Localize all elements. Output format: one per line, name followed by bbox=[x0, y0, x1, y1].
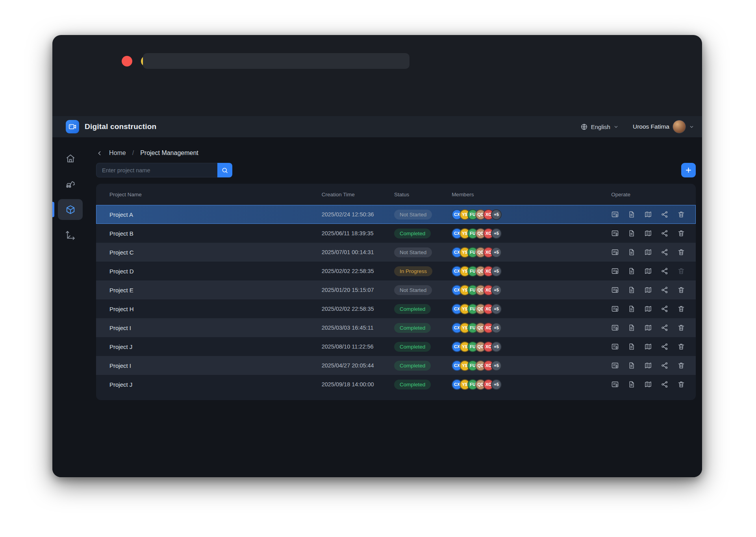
share-icon[interactable] bbox=[661, 267, 669, 275]
map-icon[interactable] bbox=[644, 324, 652, 332]
operate-cell bbox=[611, 248, 696, 256]
table-row[interactable]: Project I2025/03/03 16:45:11CompletedCXY… bbox=[96, 318, 696, 337]
file-icon[interactable] bbox=[628, 229, 636, 237]
share-icon[interactable] bbox=[661, 324, 669, 332]
file-icon[interactable] bbox=[628, 380, 636, 388]
share-icon[interactable] bbox=[661, 343, 669, 351]
members-more-badge[interactable]: +5 bbox=[491, 209, 502, 220]
file-icon[interactable] bbox=[628, 362, 636, 369]
search-button[interactable] bbox=[217, 163, 232, 177]
map-icon[interactable] bbox=[644, 343, 652, 351]
creation-time: 2025/02/02 22:58:35 bbox=[322, 268, 394, 274]
members-more-badge[interactable]: +5 bbox=[491, 247, 502, 258]
members-cell: CXYSFUQDXC+5 bbox=[452, 360, 611, 371]
form-icon[interactable] bbox=[611, 362, 619, 369]
table-row[interactable]: Project E2025/01/20 15:15:07Not StartedC… bbox=[96, 280, 696, 299]
column-header-name: Project Name bbox=[96, 192, 322, 197]
status-cell: Not Started bbox=[394, 247, 452, 257]
members-more-badge[interactable]: +5 bbox=[491, 323, 502, 333]
column-header-operate: Operate bbox=[611, 192, 696, 197]
share-icon[interactable] bbox=[661, 248, 669, 256]
members-more-badge[interactable]: +5 bbox=[491, 341, 502, 352]
map-icon[interactable] bbox=[644, 380, 652, 388]
map-icon[interactable] bbox=[644, 286, 652, 294]
form-icon[interactable] bbox=[611, 305, 619, 313]
form-icon[interactable] bbox=[611, 380, 619, 388]
chevron-left-icon[interactable] bbox=[96, 150, 103, 157]
share-icon[interactable] bbox=[661, 286, 669, 294]
map-icon[interactable] bbox=[644, 362, 652, 369]
map-icon[interactable] bbox=[644, 229, 652, 237]
table-row[interactable]: Project J2025/08/10 11:22:56CompletedCXY… bbox=[96, 337, 696, 356]
trash-icon[interactable] bbox=[677, 380, 685, 388]
status-badge: Completed bbox=[394, 323, 431, 333]
add-project-button[interactable] bbox=[681, 163, 696, 177]
user-menu[interactable]: Uroos Fatima bbox=[633, 120, 694, 133]
map-icon[interactable] bbox=[644, 267, 652, 275]
close-window-button[interactable] bbox=[122, 56, 132, 66]
file-icon[interactable] bbox=[628, 248, 636, 256]
trash-icon[interactable] bbox=[677, 362, 685, 369]
table-row[interactable]: Project B2025/06/11 18:39:35CompletedCXY… bbox=[96, 224, 696, 243]
address-bar[interactable] bbox=[143, 53, 410, 69]
table-row[interactable]: Project A2025/02/24 12:50:36Not StartedC… bbox=[96, 205, 696, 224]
map-icon[interactable] bbox=[644, 305, 652, 313]
table-row[interactable]: Project H2025/02/02 22:58:35CompletedCXY… bbox=[96, 299, 696, 318]
share-icon[interactable] bbox=[661, 362, 669, 369]
operate-cell bbox=[611, 380, 696, 388]
trash-icon[interactable] bbox=[677, 229, 685, 237]
form-icon[interactable] bbox=[611, 267, 619, 275]
search-icon bbox=[221, 167, 228, 174]
main-content: Home / Project Management bbox=[88, 138, 702, 477]
trash-icon[interactable] bbox=[677, 305, 685, 313]
sidebar-item-coordinates[interactable] bbox=[58, 225, 83, 245]
file-icon[interactable] bbox=[628, 210, 636, 218]
form-icon[interactable] bbox=[611, 229, 619, 237]
map-icon[interactable] bbox=[644, 248, 652, 256]
members-more-badge[interactable]: +5 bbox=[491, 304, 502, 314]
creation-time: 2025/08/10 11:22:56 bbox=[322, 343, 394, 350]
share-icon[interactable] bbox=[661, 229, 669, 237]
creation-time: 2025/01/20 15:15:07 bbox=[322, 287, 394, 293]
form-icon[interactable] bbox=[611, 248, 619, 256]
trash-icon[interactable] bbox=[677, 210, 685, 218]
members-more-badge[interactable]: +5 bbox=[491, 266, 502, 277]
sidebar-item-projects[interactable] bbox=[58, 199, 83, 220]
table-row[interactable]: Project D2025/02/02 22:58:35In ProgressC… bbox=[96, 262, 696, 280]
trash-icon[interactable] bbox=[677, 324, 685, 332]
trash-icon[interactable] bbox=[677, 248, 685, 256]
project-name: Project J bbox=[96, 381, 322, 388]
breadcrumb-home[interactable]: Home bbox=[109, 149, 126, 157]
file-icon[interactable] bbox=[628, 286, 636, 294]
share-icon[interactable] bbox=[661, 210, 669, 218]
table-row[interactable]: Project I2025/04/27 20:05:44CompletedCXY… bbox=[96, 356, 696, 375]
form-icon[interactable] bbox=[611, 324, 619, 332]
status-badge: Not Started bbox=[394, 210, 432, 220]
members-more-badge[interactable]: +5 bbox=[491, 379, 502, 390]
file-icon[interactable] bbox=[628, 267, 636, 275]
language-selector[interactable]: English bbox=[580, 123, 619, 131]
operate-cell bbox=[611, 305, 696, 313]
share-icon[interactable] bbox=[661, 380, 669, 388]
projects-table: Project Name Creation Time Status Member… bbox=[96, 184, 696, 400]
table-row[interactable]: Project C2025/07/01 00:14:31Not StartedC… bbox=[96, 243, 696, 262]
trash-icon[interactable] bbox=[677, 343, 685, 351]
search-input[interactable] bbox=[96, 163, 217, 177]
form-icon[interactable] bbox=[611, 286, 619, 294]
file-icon[interactable] bbox=[628, 343, 636, 351]
members-more-badge[interactable]: +5 bbox=[491, 360, 502, 371]
form-icon[interactable] bbox=[611, 210, 619, 218]
form-icon[interactable] bbox=[611, 343, 619, 351]
file-icon[interactable] bbox=[628, 305, 636, 313]
sidebar-item-home[interactable] bbox=[58, 148, 83, 169]
project-name: Project B bbox=[96, 230, 322, 237]
home-icon bbox=[65, 153, 76, 164]
sidebar-item-equipment[interactable] bbox=[58, 173, 83, 194]
file-icon[interactable] bbox=[628, 324, 636, 332]
share-icon[interactable] bbox=[661, 305, 669, 313]
map-icon[interactable] bbox=[644, 210, 652, 218]
trash-icon[interactable] bbox=[677, 286, 685, 294]
members-more-badge[interactable]: +5 bbox=[491, 285, 502, 295]
members-more-badge[interactable]: +5 bbox=[491, 228, 502, 239]
table-row[interactable]: Project J2025/09/18 14:00:00CompletedCXY… bbox=[96, 375, 696, 394]
